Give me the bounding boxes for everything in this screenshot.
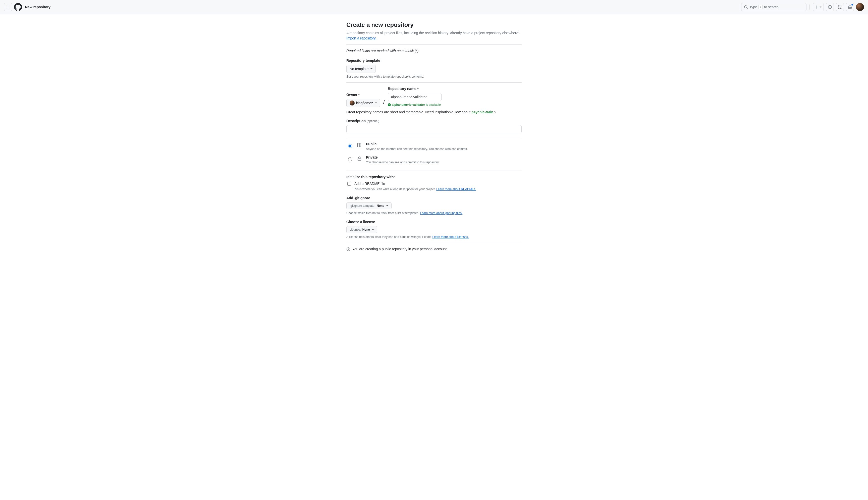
issues-button[interactable]	[826, 3, 834, 11]
github-mark-icon	[14, 3, 22, 11]
template-select-button[interactable]: No template	[346, 65, 376, 73]
svg-point-2	[829, 7, 830, 7]
suggestion-prefix: Great repository names are short and mem…	[346, 110, 472, 114]
hamburger-icon	[6, 5, 10, 9]
license-desc-text: A license tells others what they can and…	[346, 235, 432, 239]
availability-message: alphanumeric-validator is available.	[388, 103, 441, 107]
svg-rect-6	[358, 158, 361, 161]
divider	[346, 171, 522, 171]
license-btn-value: None	[362, 228, 370, 231]
inbox-icon	[848, 5, 852, 9]
private-description: You choose who can see and commit to thi…	[366, 160, 439, 164]
divider	[346, 137, 522, 137]
readme-checkbox[interactable]	[347, 182, 351, 186]
info-icon	[346, 247, 350, 251]
readme-label[interactable]: Add a README file	[355, 181, 385, 186]
license-select-button[interactable]: License: None	[346, 226, 377, 233]
owner-avatar	[350, 101, 355, 105]
availability-suffix: is available.	[425, 103, 441, 106]
readme-desc-text: This is where you can write a long descr…	[353, 188, 436, 191]
description-label: Description (optional)	[346, 118, 522, 124]
availability-name: alphanumeric-validator	[392, 103, 425, 106]
create-new-dropdown[interactable]	[813, 3, 824, 11]
check-circle-fill-icon	[388, 103, 391, 106]
required-fields-note: Required fields are marked with an aster…	[346, 48, 522, 54]
caret-down-icon	[370, 68, 372, 69]
creation-info-line: You are creating a public repository in …	[346, 247, 522, 252]
license-btn-prefix: License:	[350, 228, 361, 231]
gitignore-select-button[interactable]: .gitignore template: None	[346, 202, 392, 209]
notification-indicator-dot	[851, 4, 853, 6]
readme-description: This is where you can write a long descr…	[353, 187, 522, 192]
description-label-text: Description	[346, 119, 366, 123]
svg-point-4	[838, 8, 840, 9]
search-text-prefix: Type	[750, 5, 757, 9]
caret-down-icon	[820, 7, 822, 8]
search-hotkey: /	[759, 5, 763, 9]
private-title: Private	[366, 155, 439, 160]
svg-point-5	[841, 8, 841, 9]
visibility-private-radio[interactable]	[348, 157, 352, 161]
license-description: A license tells others what they can and…	[346, 235, 522, 239]
repo-name-label: Repository name *	[388, 86, 441, 91]
template-selected-value: No template	[350, 67, 369, 71]
license-learn-more-link[interactable]: Learn more about licenses.	[432, 235, 469, 239]
page-description: A repository contains all project files,…	[346, 31, 522, 41]
caret-down-icon	[375, 103, 377, 103]
gitignore-learn-more-link[interactable]: Learn more about ignoring files.	[420, 211, 462, 215]
page-description-text: A repository contains all project files,…	[346, 31, 520, 35]
owner-label: Owner *	[346, 92, 380, 98]
plus-icon	[815, 5, 819, 9]
app-header: New repository Type / to search	[0, 0, 868, 14]
path-separator: /	[383, 98, 385, 107]
caret-down-icon	[372, 229, 374, 230]
readme-learn-more-link[interactable]: Learn more about READMEs.	[436, 188, 476, 191]
visibility-public-radio[interactable]	[348, 144, 352, 148]
name-suggestion-line: Great repository names are short and mem…	[346, 110, 522, 115]
header-separator	[809, 4, 810, 10]
context-title[interactable]: New repository	[24, 4, 51, 10]
description-input[interactable]	[346, 125, 522, 133]
owner-selected-value: kingflamez	[356, 101, 373, 105]
hamburger-menu-button[interactable]	[4, 3, 12, 11]
gitignore-desc-text: Choose which files not to track from a l…	[346, 211, 420, 215]
divider	[346, 82, 522, 83]
public-description: Anyone on the internet can see this repo…	[366, 147, 468, 151]
main-content: Create a new repository A repository con…	[342, 20, 526, 252]
initialize-heading: Initialize this repository with:	[346, 174, 522, 180]
description-optional-text: (optional)	[367, 120, 379, 123]
pull-requests-button[interactable]	[836, 3, 844, 11]
github-logo-link[interactable]	[14, 3, 22, 11]
search-text-suffix: to search	[764, 5, 778, 9]
public-title: Public	[366, 141, 468, 147]
gitignore-label: Add .gitignore	[346, 195, 522, 201]
template-label: Repository template	[346, 58, 522, 63]
suggestion-suffix: ?	[494, 110, 496, 114]
suggested-name-button[interactable]: psychic-train	[472, 110, 493, 114]
caret-down-icon	[386, 205, 388, 206]
svg-point-0	[744, 5, 747, 8]
lock-icon	[357, 156, 362, 161]
repo-name-input[interactable]	[388, 93, 441, 101]
template-hint: Start your repository with a template re…	[346, 75, 522, 79]
gitignore-btn-value: None	[377, 204, 384, 207]
user-avatar[interactable]	[856, 3, 864, 11]
import-repository-link[interactable]: Import a repository.	[346, 36, 377, 40]
owner-select-button[interactable]: kingflamez	[346, 99, 380, 107]
search-button[interactable]: Type / to search	[741, 3, 807, 11]
license-label: Choose a license	[346, 219, 522, 225]
gitignore-description: Choose which files not to track from a l…	[346, 211, 522, 215]
search-icon	[744, 5, 748, 9]
issue-opened-icon	[828, 5, 832, 9]
git-pull-request-icon	[838, 5, 842, 9]
creation-info-text: You are creating a public repository in …	[352, 247, 448, 252]
gitignore-btn-prefix: .gitignore template:	[350, 204, 375, 207]
divider	[346, 243, 522, 243]
svg-point-3	[838, 5, 840, 7]
repo-icon	[357, 143, 362, 148]
page-heading: Create a new repository	[346, 20, 522, 30]
